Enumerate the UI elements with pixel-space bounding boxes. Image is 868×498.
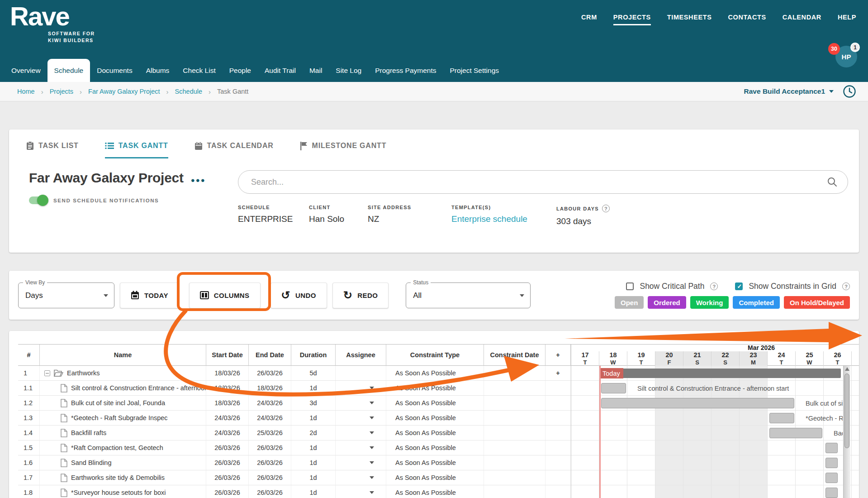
- task-name-cell[interactable]: *Surveyor house setouts for boxi: [40, 485, 206, 498]
- constraint-date-cell[interactable]: [484, 470, 545, 485]
- assignee-cell[interactable]: [336, 396, 386, 410]
- search-icon[interactable]: [827, 177, 838, 187]
- duration-cell[interactable]: 1d: [291, 485, 336, 498]
- assignee-dropdown-icon[interactable]: [370, 417, 374, 419]
- project-nav-mail[interactable]: Mail: [303, 59, 329, 82]
- checkbox-icon[interactable]: [626, 283, 634, 290]
- start-date-cell[interactable]: 18/03/26: [206, 366, 249, 380]
- gantt-vertical-scrollbar[interactable]: [843, 366, 850, 498]
- project-nav-check-list[interactable]: Check List: [176, 59, 222, 82]
- project-nav-schedule[interactable]: Schedule: [47, 59, 90, 82]
- task-bar[interactable]: [825, 443, 838, 453]
- assignee-dropdown-icon[interactable]: [370, 491, 374, 494]
- table-row[interactable]: 1Earthworks18/03/2626/03/265dAs Soon As …: [18, 366, 571, 381]
- assignee-cell[interactable]: [336, 455, 386, 470]
- task-bar[interactable]: [825, 473, 838, 483]
- duration-cell[interactable]: 3d: [291, 396, 336, 410]
- assignee-dropdown-icon[interactable]: [370, 431, 374, 434]
- tab-milestone-gantt[interactable]: MILESTONE GANTT: [300, 141, 387, 158]
- help-icon[interactable]: ?: [842, 283, 850, 290]
- end-date-cell[interactable]: 26/03/26: [249, 470, 291, 485]
- constraint-date-cell[interactable]: [484, 396, 545, 410]
- view-by-select[interactable]: View By Days: [18, 283, 114, 308]
- task-name-cell[interactable]: Silt control & Construction Entrance - a…: [40, 381, 206, 395]
- top-nav-help[interactable]: HELP: [838, 14, 856, 25]
- assignee-cell[interactable]: [336, 381, 386, 395]
- task-name-cell[interactable]: Sand Blinding: [40, 455, 206, 470]
- assignee-cell[interactable]: [336, 426, 386, 440]
- search-input[interactable]: [251, 177, 827, 187]
- duration-cell[interactable]: 1d: [291, 470, 336, 485]
- build-selector[interactable]: Rave Build Acceptance1: [744, 87, 834, 96]
- constraint-type-cell[interactable]: As Soon As Possible: [386, 426, 484, 440]
- top-nav-projects[interactable]: PROJECTS: [613, 14, 651, 25]
- project-nav-people[interactable]: People: [223, 59, 258, 82]
- checkbox-icon[interactable]: [735, 283, 743, 290]
- constraint-type-cell[interactable]: As Soon As Possible: [386, 411, 484, 425]
- legend-chip-completed[interactable]: Completed: [733, 296, 780, 309]
- legend-chip-on-hold-delayed[interactable]: On Hold/Delayed: [784, 296, 850, 309]
- project-nav-documents[interactable]: Documents: [90, 59, 139, 82]
- constraint-date-cell[interactable]: [484, 411, 545, 425]
- assignee-dropdown-icon[interactable]: [370, 446, 374, 449]
- help-icon[interactable]: ?: [602, 205, 610, 212]
- start-date-cell[interactable]: 26/03/26: [206, 470, 249, 485]
- constraint-date-cell[interactable]: [484, 366, 545, 380]
- duration-cell[interactable]: 2d: [291, 426, 336, 440]
- tab-task-list[interactable]: TASK LIST: [26, 141, 79, 158]
- end-date-cell[interactable]: 24/03/26: [249, 411, 291, 425]
- clock-icon[interactable]: [843, 85, 856, 98]
- end-date-cell[interactable]: 25/03/26: [249, 426, 291, 440]
- today-button[interactable]: TODAY: [120, 283, 179, 308]
- start-date-cell[interactable]: 18/03/26: [206, 396, 249, 410]
- task-bar[interactable]: [601, 398, 794, 408]
- redo-button[interactable]: ↻ REDO: [332, 283, 389, 308]
- top-nav-crm[interactable]: CRM: [581, 14, 597, 25]
- end-date-cell[interactable]: 26/03/26: [249, 455, 291, 470]
- task-name-cell[interactable]: *Raft Compaction test, Geotech: [40, 441, 206, 455]
- table-row[interactable]: 1.8*Surveyor house setouts for boxi26/03…: [18, 485, 571, 498]
- assignee-cell[interactable]: [336, 485, 386, 498]
- duration-cell[interactable]: 1d: [291, 455, 336, 470]
- table-row[interactable]: 1.7Earthworks site tidy & Demobilis26/03…: [18, 470, 571, 485]
- table-row[interactable]: 1.5*Raft Compaction test, Geotech26/03/2…: [18, 441, 571, 455]
- task-name-cell[interactable]: Earthworks: [40, 366, 206, 380]
- breadcrumb-item[interactable]: Home: [17, 88, 35, 95]
- table-row[interactable]: 1.4Backfill rafts24/03/2625/03/262dAs So…: [18, 426, 571, 441]
- project-nav-site-log[interactable]: Site Log: [329, 59, 368, 82]
- task-name-cell[interactable]: Earthworks site tidy & Demobilis: [40, 470, 206, 485]
- top-nav-contacts[interactable]: CONTACTS: [728, 14, 766, 25]
- breadcrumb-item[interactable]: Projects: [50, 88, 73, 95]
- end-date-cell[interactable]: 26/03/26: [249, 366, 291, 380]
- constraint-type-cell[interactable]: As Soon As Possible: [386, 470, 484, 485]
- show-critical-path-checkbox[interactable]: Show Critical Path ?: [626, 282, 718, 291]
- help-icon[interactable]: ?: [710, 283, 718, 290]
- constraint-type-cell[interactable]: As Soon As Possible: [386, 441, 484, 455]
- constraint-type-cell[interactable]: As Soon As Possible: [386, 366, 484, 380]
- assignee-cell[interactable]: [336, 411, 386, 425]
- task-bar[interactable]: [601, 383, 626, 393]
- add-column-button[interactable]: +: [545, 345, 571, 366]
- duration-cell[interactable]: 1d: [291, 441, 336, 455]
- tab-task-gantt[interactable]: TASK GANTT: [105, 141, 168, 158]
- table-row[interactable]: 1.2Bulk cut of site incl Joal, Founda18/…: [18, 396, 571, 411]
- constraint-date-cell[interactable]: [484, 441, 545, 455]
- duration-cell[interactable]: 1d: [291, 381, 336, 395]
- start-date-cell[interactable]: 24/03/26: [206, 411, 249, 425]
- end-date-cell[interactable]: 26/03/26: [249, 441, 291, 455]
- columns-button[interactable]: COLUMNS: [189, 283, 261, 308]
- constraint-type-cell[interactable]: As Soon As Possible: [386, 381, 484, 395]
- project-nav-audit-trail[interactable]: Audit Trail: [258, 59, 303, 82]
- task-name-cell[interactable]: Bulk cut of site incl Joal, Founda: [40, 396, 206, 410]
- task-name-cell[interactable]: *Geotech - Raft Subgrade Inspec: [40, 411, 206, 425]
- project-nav-albums[interactable]: Albums: [139, 59, 176, 82]
- task-bar[interactable]: [769, 413, 794, 423]
- legend-chip-working[interactable]: Working: [690, 296, 729, 309]
- assignee-dropdown-icon[interactable]: [370, 461, 374, 464]
- start-date-cell[interactable]: 26/03/26: [206, 441, 249, 455]
- constraint-date-cell[interactable]: [484, 381, 545, 395]
- duration-cell[interactable]: 1d: [291, 411, 336, 425]
- project-nav-project-settings[interactable]: Project Settings: [443, 59, 506, 82]
- start-date-cell[interactable]: 24/03/26: [206, 426, 249, 440]
- assignee-dropdown-icon[interactable]: [370, 476, 374, 479]
